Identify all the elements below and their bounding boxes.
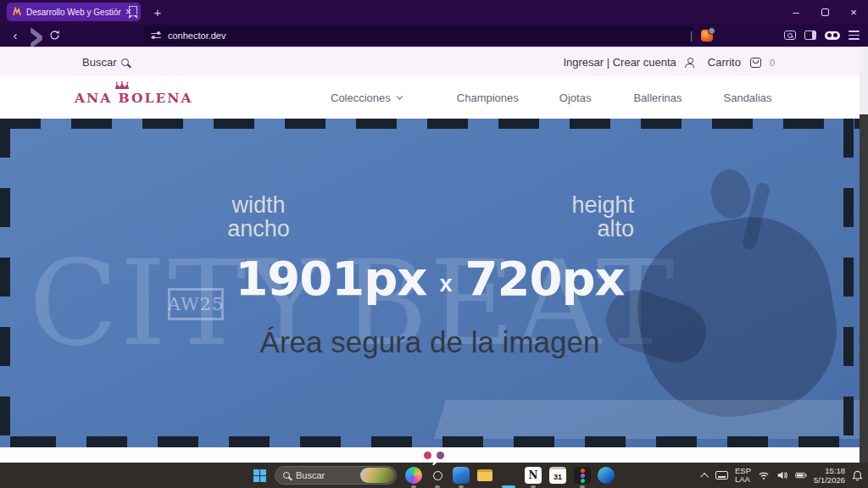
figma-icon[interactable] [574,467,591,484]
cart-link[interactable]: Carrito [708,56,741,69]
carousel-strip [0,447,868,463]
maximize-icon [821,8,829,16]
site-header: Buscar Ingresar | Crear cuenta Carrito 0 [0,47,860,76]
cart-count-badge: 0 [770,58,775,68]
running-indicator [531,485,536,488]
address-bar[interactable]: conhector.dev [144,26,693,44]
minimize-button[interactable]: – [782,0,810,24]
language-indicator[interactable]: ESP LAA [735,467,751,485]
running-indicator [580,485,585,488]
toolbar-separator: | [690,30,693,42]
notifications-bell-icon[interactable] [852,470,863,481]
dashed-border-bottom [0,436,860,447]
app-icon-blue[interactable] [453,467,470,484]
page-scrollbar[interactable] [860,47,868,463]
dashed-border-left [0,119,10,447]
dashed-border-top [0,119,860,129]
touch-keyboard-icon[interactable] [715,471,728,480]
url-text: conhector.dev [168,30,226,41]
copilot-icon[interactable] [405,467,422,484]
cart-bag-icon[interactable] [750,58,761,68]
running-indicator [459,485,464,488]
new-tab-button[interactable]: + [149,3,166,21]
nav-item-label: Championes [457,92,519,104]
calendar-icon[interactable]: 31 [549,467,566,484]
nav-item-label: Ballerinas [633,92,682,104]
nav-item-label: Sandalias [724,92,772,104]
start-button[interactable] [253,469,266,482]
site-settings-icon[interactable] [151,31,161,40]
site-logo[interactable]: ANA BOLENA [75,81,170,106]
taskbar-search-label: Buscar [296,470,360,480]
notion-icon[interactable]: N [525,467,542,484]
search-page-icon[interactable] [784,30,796,40]
chevron-down-icon [396,92,403,99]
menu-icon[interactable] [849,30,860,40]
nav-item-ballerinas[interactable]: Ballerinas [633,92,682,104]
dimension-separator: x [439,271,452,297]
site-header-right: Ingresar | Crear cuenta Carrito 0 [563,47,775,77]
close-button[interactable]: × [839,0,868,24]
width-value: 1901px [235,251,426,306]
crown-icon [113,81,131,90]
height-label-en: height [544,193,634,217]
running-indicator [411,485,416,488]
clock-date: 5/1/2026 [814,475,845,485]
tray-expand-icon[interactable] [700,472,709,480]
private-browsing-icon[interactable] [825,31,840,40]
site-search[interactable]: Buscar [82,47,129,77]
account-icon[interactable] [685,58,694,67]
search-highlight-image[interactable] [360,468,394,483]
main-menu: Colecciones Championes Ojotas Ballerinas… [331,76,772,119]
taskbar-clock[interactable]: 15:18 5/1/2026 [814,466,845,485]
screen: Desarrollo Web y Gestión de Act × + – × … [0,0,868,488]
edge-icon[interactable] [598,467,615,484]
system-tray: ESP LAA 15:18 5/1/2026 [703,463,866,488]
nav-item-colecciones[interactable]: Colecciones [331,92,401,104]
clock-time: 15:18 [814,466,845,475]
search-icon [121,58,129,66]
carousel-dot-active[interactable] [424,452,431,459]
tab-favicon-icon [12,7,22,17]
site-navbar: ANA BOLENA Colecciones Championes Ojotas… [0,76,860,119]
width-label: width ancho [212,193,305,241]
toolbar-right: | [690,24,865,47]
nav-item-label: Ojotas [559,92,592,104]
maximize-button[interactable] [810,0,839,24]
taskbar-search[interactable]: Buscar [275,466,397,485]
width-label-en: width [212,193,305,217]
account-link[interactable]: Ingresar | Crear cuenta [563,56,676,69]
site-search-label: Buscar [82,56,116,69]
nav-item-ojotas[interactable]: Ojotas [559,92,592,104]
language-bottom: LAA [735,475,751,484]
reload-button[interactable] [49,30,60,41]
carousel-dot[interactable] [437,452,444,459]
taskbar: Buscar N 31 ESP LAA [0,463,868,488]
scrollbar-thumb[interactable] [860,114,868,463]
height-value: 720px [465,251,625,306]
window-controls: – × [782,0,868,24]
nav-item-label: Colecciones [331,92,391,104]
nav-item-sandalias[interactable]: Sandalias [724,92,772,104]
nav-item-championes[interactable]: Championes [457,92,519,104]
width-label-es: ancho [212,217,305,241]
height-label: height alto [544,193,634,241]
height-label-es: alto [544,217,634,241]
logo-text: ANA BOLENA [75,90,170,106]
bookmark-icon[interactable] [129,6,137,14]
sidebar-icon[interactable] [804,30,816,40]
active-app-indicator [502,485,515,488]
search-icon [283,472,290,479]
wifi-icon[interactable] [758,470,770,480]
hero-platform-shape [434,400,860,439]
back-button[interactable]: ‹ [5,28,25,42]
extension-icon[interactable] [701,30,713,42]
volume-icon[interactable] [776,470,788,480]
battery-icon[interactable] [795,470,807,480]
hero-banner: CITY BEAT AW25 width ancho height alto 1… [0,119,860,447]
safe-area-caption: Área segura de la imagen [0,325,860,359]
dimension-text: 1901px x 720px [0,251,860,306]
running-indicator [435,485,440,488]
dashed-border-right [843,119,854,447]
